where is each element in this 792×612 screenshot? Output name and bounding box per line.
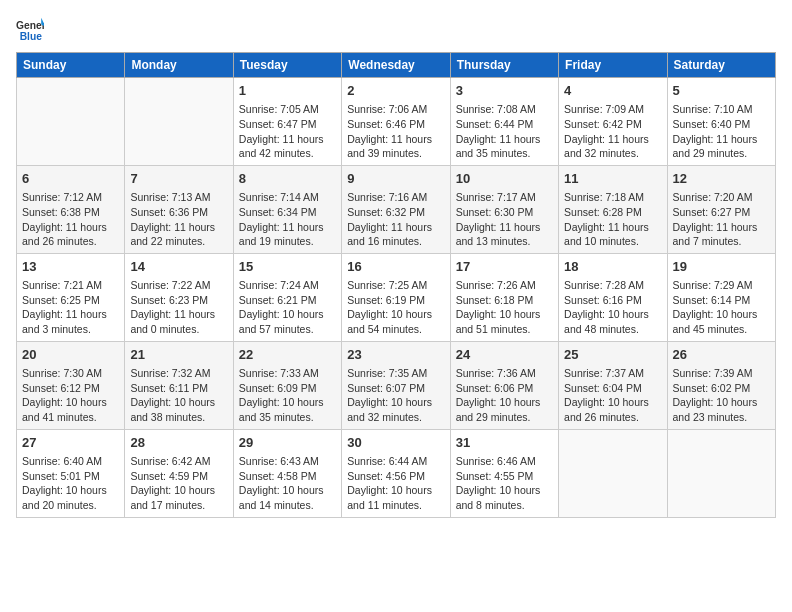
day-number: 9 <box>347 170 444 188</box>
day-info: Sunrise: 7:35 AMSunset: 6:07 PMDaylight:… <box>347 366 444 425</box>
day-info: Sunrise: 6:44 AMSunset: 4:56 PMDaylight:… <box>347 454 444 513</box>
day-number: 4 <box>564 82 661 100</box>
day-number: 12 <box>673 170 770 188</box>
calendar-cell: 18Sunrise: 7:28 AMSunset: 6:16 PMDayligh… <box>559 253 667 341</box>
calendar-cell: 14Sunrise: 7:22 AMSunset: 6:23 PMDayligh… <box>125 253 233 341</box>
calendar-cell: 20Sunrise: 7:30 AMSunset: 6:12 PMDayligh… <box>17 341 125 429</box>
svg-text:Blue: Blue <box>20 31 43 42</box>
calendar-cell: 29Sunrise: 6:43 AMSunset: 4:58 PMDayligh… <box>233 429 341 517</box>
day-number: 21 <box>130 346 227 364</box>
day-info: Sunrise: 7:32 AMSunset: 6:11 PMDaylight:… <box>130 366 227 425</box>
day-info: Sunrise: 7:21 AMSunset: 6:25 PMDaylight:… <box>22 278 119 337</box>
calendar-cell: 4Sunrise: 7:09 AMSunset: 6:42 PMDaylight… <box>559 78 667 166</box>
calendar-cell <box>667 429 775 517</box>
day-info: Sunrise: 7:37 AMSunset: 6:04 PMDaylight:… <box>564 366 661 425</box>
day-number: 14 <box>130 258 227 276</box>
calendar-cell: 5Sunrise: 7:10 AMSunset: 6:40 PMDaylight… <box>667 78 775 166</box>
calendar-cell: 2Sunrise: 7:06 AMSunset: 6:46 PMDaylight… <box>342 78 450 166</box>
calendar-cell: 16Sunrise: 7:25 AMSunset: 6:19 PMDayligh… <box>342 253 450 341</box>
day-number: 7 <box>130 170 227 188</box>
day-number: 8 <box>239 170 336 188</box>
day-number: 29 <box>239 434 336 452</box>
calendar-cell: 31Sunrise: 6:46 AMSunset: 4:55 PMDayligh… <box>450 429 558 517</box>
calendar-cell: 1Sunrise: 7:05 AMSunset: 6:47 PMDaylight… <box>233 78 341 166</box>
calendar-cell: 19Sunrise: 7:29 AMSunset: 6:14 PMDayligh… <box>667 253 775 341</box>
day-number: 23 <box>347 346 444 364</box>
day-number: 3 <box>456 82 553 100</box>
day-number: 24 <box>456 346 553 364</box>
day-info: Sunrise: 7:30 AMSunset: 6:12 PMDaylight:… <box>22 366 119 425</box>
day-number: 16 <box>347 258 444 276</box>
day-info: Sunrise: 7:13 AMSunset: 6:36 PMDaylight:… <box>130 190 227 249</box>
weekday-header-thursday: Thursday <box>450 53 558 78</box>
day-info: Sunrise: 7:26 AMSunset: 6:18 PMDaylight:… <box>456 278 553 337</box>
day-info: Sunrise: 7:28 AMSunset: 6:16 PMDaylight:… <box>564 278 661 337</box>
day-info: Sunrise: 6:46 AMSunset: 4:55 PMDaylight:… <box>456 454 553 513</box>
weekday-header-tuesday: Tuesday <box>233 53 341 78</box>
day-number: 31 <box>456 434 553 452</box>
weekday-header-wednesday: Wednesday <box>342 53 450 78</box>
day-info: Sunrise: 7:24 AMSunset: 6:21 PMDaylight:… <box>239 278 336 337</box>
day-info: Sunrise: 7:05 AMSunset: 6:47 PMDaylight:… <box>239 102 336 161</box>
calendar-cell: 25Sunrise: 7:37 AMSunset: 6:04 PMDayligh… <box>559 341 667 429</box>
day-number: 10 <box>456 170 553 188</box>
day-info: Sunrise: 7:06 AMSunset: 6:46 PMDaylight:… <box>347 102 444 161</box>
svg-text:General: General <box>16 20 44 31</box>
calendar-cell: 11Sunrise: 7:18 AMSunset: 6:28 PMDayligh… <box>559 165 667 253</box>
calendar-cell <box>125 78 233 166</box>
day-info: Sunrise: 7:10 AMSunset: 6:40 PMDaylight:… <box>673 102 770 161</box>
day-number: 17 <box>456 258 553 276</box>
calendar-cell: 30Sunrise: 6:44 AMSunset: 4:56 PMDayligh… <box>342 429 450 517</box>
calendar-cell: 17Sunrise: 7:26 AMSunset: 6:18 PMDayligh… <box>450 253 558 341</box>
calendar-cell: 22Sunrise: 7:33 AMSunset: 6:09 PMDayligh… <box>233 341 341 429</box>
calendar-cell: 27Sunrise: 6:40 AMSunset: 5:01 PMDayligh… <box>17 429 125 517</box>
weekday-header-saturday: Saturday <box>667 53 775 78</box>
day-info: Sunrise: 6:42 AMSunset: 4:59 PMDaylight:… <box>130 454 227 513</box>
calendar-cell: 3Sunrise: 7:08 AMSunset: 6:44 PMDaylight… <box>450 78 558 166</box>
weekday-header-friday: Friday <box>559 53 667 78</box>
day-number: 28 <box>130 434 227 452</box>
day-info: Sunrise: 6:43 AMSunset: 4:58 PMDaylight:… <box>239 454 336 513</box>
calendar-cell: 26Sunrise: 7:39 AMSunset: 6:02 PMDayligh… <box>667 341 775 429</box>
weekday-header-monday: Monday <box>125 53 233 78</box>
day-info: Sunrise: 7:20 AMSunset: 6:27 PMDaylight:… <box>673 190 770 249</box>
day-info: Sunrise: 7:33 AMSunset: 6:09 PMDaylight:… <box>239 366 336 425</box>
calendar-table: SundayMondayTuesdayWednesdayThursdayFrid… <box>16 52 776 518</box>
calendar-cell: 10Sunrise: 7:17 AMSunset: 6:30 PMDayligh… <box>450 165 558 253</box>
day-number: 6 <box>22 170 119 188</box>
calendar-cell: 23Sunrise: 7:35 AMSunset: 6:07 PMDayligh… <box>342 341 450 429</box>
day-number: 20 <box>22 346 119 364</box>
calendar-cell: 6Sunrise: 7:12 AMSunset: 6:38 PMDaylight… <box>17 165 125 253</box>
day-number: 5 <box>673 82 770 100</box>
logo: GeneralBlue <box>16 16 44 44</box>
day-number: 1 <box>239 82 336 100</box>
logo-icon: GeneralBlue <box>16 16 44 44</box>
calendar-cell: 9Sunrise: 7:16 AMSunset: 6:32 PMDaylight… <box>342 165 450 253</box>
calendar-cell: 12Sunrise: 7:20 AMSunset: 6:27 PMDayligh… <box>667 165 775 253</box>
day-number: 13 <box>22 258 119 276</box>
day-info: Sunrise: 7:09 AMSunset: 6:42 PMDaylight:… <box>564 102 661 161</box>
day-info: Sunrise: 7:29 AMSunset: 6:14 PMDaylight:… <box>673 278 770 337</box>
day-number: 15 <box>239 258 336 276</box>
calendar-cell: 13Sunrise: 7:21 AMSunset: 6:25 PMDayligh… <box>17 253 125 341</box>
day-number: 2 <box>347 82 444 100</box>
day-number: 11 <box>564 170 661 188</box>
day-number: 18 <box>564 258 661 276</box>
calendar-cell <box>559 429 667 517</box>
day-number: 19 <box>673 258 770 276</box>
weekday-header-sunday: Sunday <box>17 53 125 78</box>
day-info: Sunrise: 7:36 AMSunset: 6:06 PMDaylight:… <box>456 366 553 425</box>
day-info: Sunrise: 7:12 AMSunset: 6:38 PMDaylight:… <box>22 190 119 249</box>
day-number: 22 <box>239 346 336 364</box>
day-info: Sunrise: 7:08 AMSunset: 6:44 PMDaylight:… <box>456 102 553 161</box>
day-info: Sunrise: 7:16 AMSunset: 6:32 PMDaylight:… <box>347 190 444 249</box>
calendar-cell: 15Sunrise: 7:24 AMSunset: 6:21 PMDayligh… <box>233 253 341 341</box>
day-info: Sunrise: 7:22 AMSunset: 6:23 PMDaylight:… <box>130 278 227 337</box>
day-number: 26 <box>673 346 770 364</box>
day-number: 25 <box>564 346 661 364</box>
day-number: 27 <box>22 434 119 452</box>
calendar-cell: 21Sunrise: 7:32 AMSunset: 6:11 PMDayligh… <box>125 341 233 429</box>
day-info: Sunrise: 7:14 AMSunset: 6:34 PMDaylight:… <box>239 190 336 249</box>
day-info: Sunrise: 7:25 AMSunset: 6:19 PMDaylight:… <box>347 278 444 337</box>
calendar-cell: 28Sunrise: 6:42 AMSunset: 4:59 PMDayligh… <box>125 429 233 517</box>
